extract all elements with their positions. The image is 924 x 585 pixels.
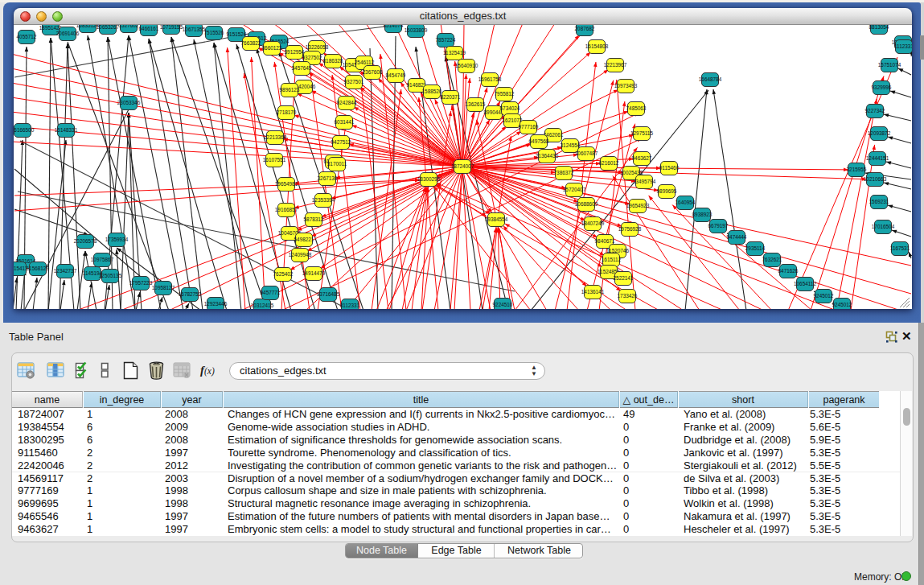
- svg-text:19166857: 19166857: [275, 207, 298, 212]
- svg-text:16154808: 16154808: [585, 43, 609, 49]
- svg-text:15751074: 15751074: [878, 62, 901, 68]
- svg-text:3915411: 3915411: [14, 266, 28, 271]
- svg-text:9427512: 9427512: [331, 139, 351, 145]
- svg-text:18724007: 18724007: [451, 163, 474, 169]
- svg-text:9463627: 9463627: [632, 155, 652, 161]
- svg-text:1615112: 1615112: [602, 257, 622, 262]
- svg-text:14136141: 14136141: [581, 289, 605, 295]
- svg-text:6031441: 6031441: [335, 119, 355, 125]
- svg-text:17016504: 17016504: [872, 224, 895, 229]
- svg-text:10973493: 10973493: [614, 83, 638, 89]
- svg-text:8454749: 8454749: [386, 72, 406, 78]
- svg-text:3912954: 3912954: [285, 49, 305, 55]
- svg-text:2367608: 2367608: [363, 69, 383, 75]
- svg-text:9327501: 9327501: [344, 79, 364, 84]
- svg-text:10671355: 10671355: [183, 27, 206, 32]
- svg-text:8471626: 8471626: [778, 268, 799, 274]
- svg-text:3215955: 3215955: [847, 167, 867, 172]
- svg-text:1112331: 1112331: [894, 43, 912, 49]
- svg-text:8186328: 8186328: [323, 58, 343, 64]
- svg-text:19756928: 19756928: [618, 226, 642, 232]
- svg-text:7386372: 7386372: [554, 170, 574, 175]
- svg-text:9777169: 9777169: [519, 124, 539, 130]
- svg-text:1588520: 1588520: [422, 89, 442, 94]
- svg-text:9151524: 9151524: [227, 31, 247, 37]
- svg-text:5498221: 5498221: [294, 237, 314, 242]
- svg-text:10210663: 10210663: [864, 176, 887, 182]
- svg-text:8220371: 8220371: [441, 94, 461, 100]
- svg-text:15720407: 15720407: [563, 187, 586, 192]
- svg-text:6466161: 6466161: [139, 26, 159, 31]
- svg-text:6679197: 6679197: [708, 223, 729, 229]
- svg-text:7625402: 7625402: [273, 271, 294, 277]
- svg-text:6497568: 6497568: [529, 138, 549, 144]
- svg-text:19654981: 19654981: [275, 181, 298, 187]
- svg-text:1640954: 1640954: [676, 200, 696, 205]
- svg-text:2087682: 2087682: [575, 26, 595, 31]
- svg-text:20691406: 20691406: [56, 31, 80, 36]
- svg-text:8813054: 8813054: [869, 25, 889, 30]
- svg-text:2718170: 2718170: [277, 109, 297, 115]
- svg-text:7955812: 7955812: [495, 91, 515, 97]
- svg-text:11568129: 11568129: [27, 266, 49, 271]
- svg-text:10975867: 10975867: [91, 257, 114, 262]
- svg-text:10688609: 10688609: [575, 201, 598, 207]
- svg-text:16107551: 16107551: [263, 157, 286, 163]
- svg-text:10653267: 10653267: [97, 25, 120, 30]
- svg-text:8112331: 8112331: [340, 303, 360, 308]
- svg-text:7663822: 7663822: [241, 40, 261, 46]
- svg-text:10312415: 10312415: [251, 303, 274, 308]
- svg-text:16961758: 16961758: [478, 76, 502, 82]
- svg-text:1569231: 1569231: [869, 199, 889, 204]
- svg-text:1362615: 1362615: [466, 101, 486, 107]
- svg-text:19384554: 19384554: [485, 216, 508, 222]
- svg-text:16648784: 16648784: [699, 76, 722, 82]
- svg-text:7515526: 7515526: [204, 30, 224, 35]
- svg-text:10025438: 10025438: [620, 170, 643, 175]
- svg-text:18407249: 18407249: [581, 220, 605, 226]
- svg-text:12409948: 12409948: [289, 252, 312, 257]
- svg-text:7857224: 7857224: [436, 37, 456, 43]
- svg-text:9329996: 9329996: [872, 84, 892, 90]
- svg-text:12093872: 12093872: [868, 130, 891, 136]
- svg-text:17957223: 17957223: [129, 280, 153, 286]
- svg-text:7485063: 7485063: [626, 105, 647, 111]
- svg-text:8660123: 8660123: [262, 45, 282, 51]
- svg-text:8938923: 8938923: [692, 212, 713, 217]
- svg-text:9115460: 9115460: [659, 165, 680, 171]
- svg-text:13495794: 13495794: [633, 179, 656, 184]
- svg-text:19654923: 19654923: [626, 203, 650, 208]
- svg-text:5878312: 5878312: [304, 216, 324, 222]
- svg-text:1527602: 1527602: [119, 25, 139, 28]
- svg-text:9224510: 9224510: [493, 302, 513, 307]
- svg-text:13716485: 13716485: [317, 291, 340, 297]
- svg-text:21364436: 21364436: [536, 153, 559, 159]
- svg-text:12353394: 12353394: [312, 197, 335, 203]
- svg-text:14914479: 14914479: [302, 270, 326, 276]
- svg-text:(x): (x): [204, 366, 215, 377]
- svg-text:10654112: 10654112: [794, 281, 816, 286]
- svg-text:4055712: 4055712: [17, 34, 37, 39]
- svg-text:9245012: 9245012: [832, 302, 852, 307]
- svg-text:1621072: 1621072: [503, 117, 523, 123]
- svg-text:1733426: 1733426: [618, 293, 638, 299]
- svg-text:2935114: 2935114: [745, 245, 766, 251]
- svg-text:9227342: 9227342: [865, 108, 885, 113]
- svg-text:11325419: 11325419: [443, 50, 466, 56]
- svg-text:9245012: 9245012: [814, 293, 834, 299]
- svg-text:23053346: 23053346: [117, 100, 141, 105]
- svg-text:10607487: 10607487: [575, 150, 598, 156]
- svg-text:17359934: 17359934: [105, 237, 129, 242]
- svg-text:6734024: 6734024: [500, 105, 520, 111]
- svg-text:12342737: 12342737: [54, 268, 77, 274]
- svg-text:7632621: 7632621: [762, 257, 782, 262]
- svg-text:9896123: 9896123: [280, 87, 300, 93]
- svg-text:12975115: 12975115: [630, 130, 653, 136]
- svg-text:10719155: 10719155: [160, 25, 183, 30]
- svg-text:3267130: 3267130: [318, 175, 338, 181]
- svg-text:18300295: 18300295: [417, 176, 441, 182]
- svg-text:12923446: 12923446: [204, 301, 228, 307]
- svg-text:12213967: 12213967: [604, 62, 627, 68]
- svg-text:6216012: 6216012: [599, 160, 619, 166]
- svg-text:8514074: 8514074: [384, 25, 404, 28]
